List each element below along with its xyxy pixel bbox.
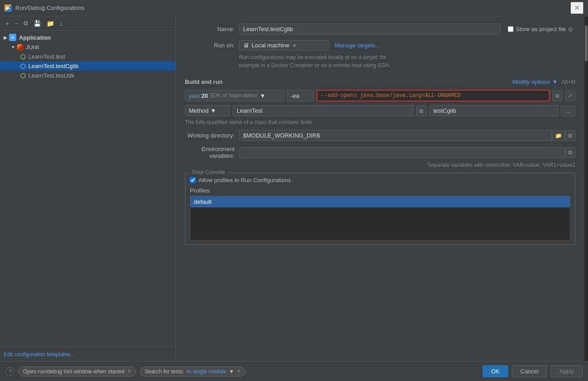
profiles-label: Profiles:: [190, 187, 570, 194]
run-window-chip: Open run/debug tool window when started …: [18, 367, 136, 376]
allow-profiles-row: Allow profiles in Run Configurations: [190, 177, 570, 184]
junit-icon: [17, 44, 23, 50]
search-tests-chip: Search for tests: In single module ▼ ✕: [140, 367, 246, 376]
grep-console-box: Grep Console Allow profiles in Run Confi…: [185, 173, 575, 245]
junit-test-icon: [20, 54, 26, 60]
name-label: Name:: [185, 26, 239, 32]
tree-item-learntest-test[interactable]: LearnTest.test: [0, 52, 175, 61]
left-panel: + − ⧉ 💾 📁 ↕ ▶ A Application ▼: [0, 16, 176, 361]
chip2-value[interactable]: In single module: [187, 368, 226, 375]
bottom-bar: ? Open run/debug tool window when starte…: [0, 361, 588, 381]
close-button[interactable]: ✕: [570, 2, 583, 14]
application-icon: A: [9, 34, 16, 41]
tree-group-application[interactable]: ▶ A Application: [0, 32, 175, 42]
run-on-desc-text: Run configurations may be executed local…: [239, 54, 390, 69]
sdk-row: java 20 SDK of 'learn-demo' ▼ ⧉ ⤢: [185, 90, 575, 101]
method-dropdown[interactable]: Method ▼: [185, 105, 230, 116]
tree-item-label-3: LearnTest.testJdk: [28, 72, 74, 79]
tree-item-label: LearnTest.test: [28, 53, 65, 60]
config-tree: ▶ A Application ▼ JUnit LearnTest.test: [0, 31, 175, 347]
run-debug-dialog: ▶ Run/Debug Configurations ✕ + − ⧉ 💾 📁 ↕…: [0, 0, 588, 381]
run-on-dropdown[interactable]: 🖥 Local machine ▼: [239, 40, 329, 50]
vm-args-input[interactable]: [317, 90, 550, 101]
apply-button[interactable]: Apply: [551, 365, 583, 377]
remove-config-button[interactable]: −: [13, 19, 20, 28]
env-label: Environment variables:: [185, 146, 239, 159]
working-dir-input[interactable]: [239, 130, 552, 141]
sdk-java-label: java: [189, 92, 200, 99]
profile-default-label: default: [194, 198, 211, 205]
working-dir-row: Working directory: 📁 ⧉: [185, 130, 575, 141]
title-bar: ▶ Run/Debug Configurations ✕: [0, 0, 588, 16]
browse-method-button[interactable]: ...: [561, 106, 575, 116]
chip2-prefix: Search for tests:: [145, 368, 184, 375]
class-input[interactable]: [233, 105, 413, 116]
scrollbar-thumb: [585, 25, 588, 61]
cancel-button[interactable]: Cancel: [512, 365, 547, 377]
save-config-button[interactable]: 💾: [32, 19, 43, 28]
allow-profiles-label[interactable]: Allow profiles in Run Configurations: [198, 177, 291, 184]
main-content: + − ⧉ 💾 📁 ↕ ▶ A Application ▼: [0, 16, 588, 361]
sdk-dropdown[interactable]: java 20 SDK of 'learn-demo' ▼: [185, 90, 284, 101]
chip1-label: Open run/debug tool window when started: [23, 368, 124, 375]
dialog-title: Run/Debug Configurations: [15, 5, 570, 11]
sdk-of-label: SDK of 'learn-demo': [210, 92, 258, 99]
manage-targets-link[interactable]: Manage targets...: [335, 42, 380, 49]
copy-vm-args-button[interactable]: ⧉: [552, 91, 562, 101]
name-input[interactable]: [239, 23, 501, 35]
ok-button[interactable]: OK: [482, 365, 508, 377]
copy-config-button[interactable]: ⧉: [22, 18, 30, 28]
computer-icon: 🖥: [243, 42, 249, 49]
right-panel: Name: Store as project file ⚙ Run on: 🖥 …: [176, 16, 584, 361]
browse-wd-button[interactable]: 📁: [552, 130, 565, 141]
tree-item-learntest-testjdk[interactable]: LearnTest.testJdk: [0, 71, 175, 80]
profiles-list: default: [190, 196, 570, 241]
junit-test-icon-3: [20, 73, 26, 79]
allow-profiles-checkbox[interactable]: [190, 177, 196, 183]
modify-options-button[interactable]: Modify options ▼ Alt+M: [512, 78, 575, 85]
run-on-row: Run on: 🖥 Local machine ▼ Manage targets…: [185, 40, 575, 50]
build-run-title: Build and run: [185, 78, 223, 85]
method-chevron-icon: ▼: [210, 107, 216, 114]
left-toolbar: + − ⧉ 💾 📁 ↕: [0, 16, 175, 31]
move-config-button[interactable]: 📁: [45, 19, 56, 28]
add-config-button[interactable]: +: [4, 19, 11, 28]
modify-options-label: Modify options: [512, 78, 550, 85]
store-project-container: Store as project file ⚙: [508, 25, 575, 34]
tree-group-junit-label: JUnit: [26, 44, 39, 50]
chip2-dropdown-icon[interactable]: ▼: [229, 368, 234, 375]
build-run-section-header: Build and run Modify options ▼ Alt+M: [185, 78, 575, 85]
store-project-label[interactable]: Store as project file: [516, 26, 566, 32]
expand-vm-args-button[interactable]: ⤢: [565, 91, 575, 101]
store-project-checkbox[interactable]: [508, 26, 514, 32]
browse-class-button[interactable]: ⧉: [416, 106, 427, 116]
chip1-close-button[interactable]: ✕: [127, 368, 131, 374]
junit-test-icon-2: [20, 63, 26, 69]
tree-item-learntest-testcglib[interactable]: LearnTest.testCglib: [0, 61, 175, 71]
modify-shortcut: Alt+M: [561, 79, 575, 85]
sort-config-button[interactable]: ↕: [58, 19, 64, 28]
tree-group-junit[interactable]: ▼ JUnit: [0, 42, 175, 52]
env-expand-button[interactable]: ⧉: [565, 147, 575, 158]
chip2-close-button[interactable]: ✕: [237, 368, 241, 374]
profile-item-default[interactable]: default: [190, 196, 570, 207]
ea-flag-input[interactable]: [287, 90, 314, 101]
expand-arrow: ▶: [4, 35, 7, 40]
modify-options-container: Modify options ▼ Alt+M: [512, 78, 575, 85]
store-gear-button[interactable]: ⚙: [566, 25, 575, 34]
method-input[interactable]: [429, 105, 558, 116]
run-on-label: Run on:: [185, 42, 239, 49]
sdk-version-label: 20: [202, 92, 208, 99]
env-vars-input[interactable]: [239, 147, 565, 158]
run-on-description: Run configurations may be executed local…: [239, 53, 575, 69]
dropdown-arrow-icon: ▼: [552, 78, 558, 85]
tree-group-application-label: Application: [19, 34, 51, 41]
bottom-link-area: Edit configuration templates...: [0, 347, 175, 361]
class-hint-text: The fully-qualified name of a class that…: [185, 119, 575, 125]
tree-item-label-selected: LearnTest.testCglib: [28, 63, 78, 69]
help-button[interactable]: ?: [5, 367, 14, 376]
copy-wd-button[interactable]: ⧉: [565, 130, 575, 141]
right-scrollbar[interactable]: [584, 16, 588, 361]
sdk-dropdown-chevron: ▼: [260, 92, 266, 99]
edit-templates-link[interactable]: Edit configuration templates...: [4, 351, 75, 358]
